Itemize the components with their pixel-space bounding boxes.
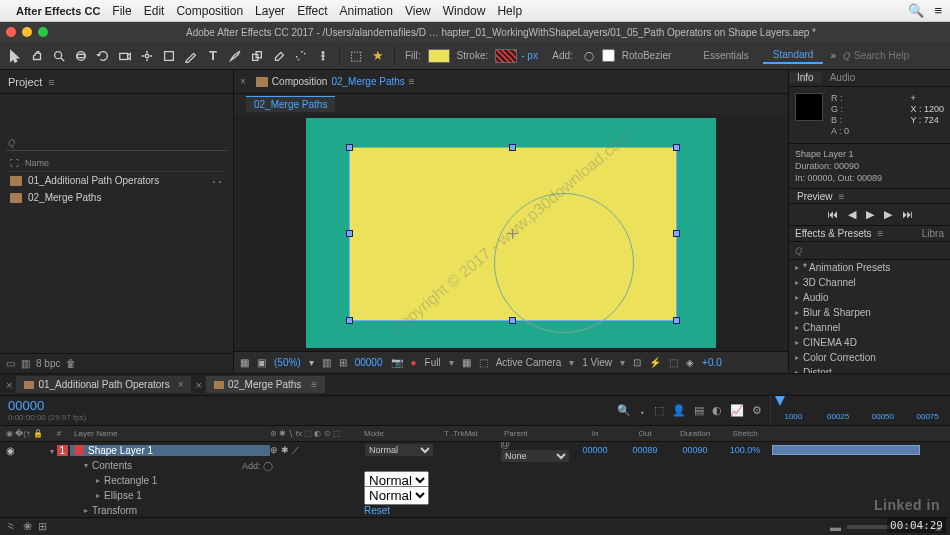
zoom-level[interactable]: (50%) [274, 357, 301, 368]
resize-handle[interactable] [673, 230, 680, 237]
mode-dropdown[interactable]: Normal [364, 443, 434, 457]
parent-dropdown[interactable]: None [500, 449, 570, 463]
shy-icon[interactable]: 👤 [672, 404, 686, 417]
clone-tool-icon[interactable] [248, 47, 266, 65]
transform-row[interactable]: ▸Transform Reset [0, 503, 950, 517]
close-icon[interactable]: × [178, 379, 184, 390]
snapshot-icon[interactable]: 📷 [391, 357, 403, 368]
twirl-icon[interactable]: ▾ [50, 447, 54, 456]
twirl-icon[interactable]: ▸ [96, 476, 100, 485]
effects-category[interactable]: Channel [789, 320, 950, 335]
col-parent[interactable]: Parent [500, 429, 570, 438]
comp-mini-flowchart-icon[interactable]: ⬩ [639, 405, 646, 417]
frame-blend-icon[interactable]: ▤ [694, 404, 704, 417]
col-mode[interactable]: Mode [360, 429, 440, 438]
menu-window[interactable]: Window [443, 4, 486, 18]
workspace-essentials[interactable]: Essentials [693, 48, 759, 63]
alpha-icon[interactable]: ▦ [240, 357, 249, 368]
app-name[interactable]: After Effects CC [16, 5, 100, 17]
last-frame-icon[interactable]: ⏭ [902, 208, 913, 221]
toggle-modes-icon[interactable]: ❀ [23, 520, 32, 533]
views-dropdown[interactable]: 1 View [582, 357, 612, 368]
comp-crumb-name[interactable]: 02_Merge Paths [331, 76, 404, 87]
shape-ellipse[interactable] [494, 193, 634, 333]
folder-icon[interactable]: ▥ [21, 358, 30, 369]
motion-blur-icon[interactable]: ◐ [712, 404, 722, 417]
twirl-icon[interactable]: ▸ [84, 506, 88, 515]
shape-rectangle[interactable] [350, 148, 676, 320]
layer-stretch[interactable]: 100.0% [720, 445, 770, 455]
toggle-switches-icon[interactable]: ⺀ [6, 519, 17, 534]
resize-handle[interactable] [673, 317, 680, 324]
menu-animation[interactable]: Animation [340, 4, 393, 18]
col-duration[interactable]: Duration [670, 429, 720, 438]
resize-handle[interactable] [346, 144, 353, 151]
viewer-timecode[interactable]: 00000 [355, 357, 383, 368]
first-frame-icon[interactable]: ⏮ [827, 208, 838, 221]
channel-icon[interactable]: ● [411, 357, 417, 368]
next-frame-icon[interactable]: ▶ [884, 208, 892, 221]
exposure-value[interactable]: +0.0 [702, 357, 722, 368]
flowchart-icon[interactable]: ◈ [686, 357, 694, 368]
composition-viewport[interactable]: Copyright © 2017 - www.p30download.com [234, 114, 788, 351]
effects-category[interactable]: Audio [789, 290, 950, 305]
pen-tool-icon[interactable] [182, 47, 200, 65]
help-search[interactable]: 𝘘 [843, 50, 944, 62]
flowchart-icon[interactable]: ⬩⬩ [211, 175, 223, 186]
project-item[interactable]: 02_Merge Paths [6, 189, 227, 206]
star-tool-icon[interactable]: ★ [369, 47, 387, 65]
type-tool-icon[interactable]: T [204, 47, 222, 65]
tab-libraries[interactable]: Libra [922, 228, 944, 239]
twirl-icon[interactable]: ▾ [84, 461, 88, 470]
search-icon[interactable]: 🔍 [617, 404, 631, 417]
puppet-tool-icon[interactable] [314, 47, 332, 65]
col-in[interactable]: In [570, 429, 620, 438]
resize-handle[interactable] [509, 317, 516, 324]
visibility-icon[interactable]: ◉ [6, 445, 15, 456]
twirl-icon[interactable]: ▸ [96, 491, 100, 500]
pan-behind-tool-icon[interactable] [138, 47, 156, 65]
layer-out[interactable]: 00089 [620, 445, 670, 455]
tab-info[interactable]: Info [789, 72, 822, 83]
grip-icon[interactable]: ⛶ [10, 158, 19, 168]
timeline-icon[interactable]: ⬚ [669, 357, 678, 368]
layer-in[interactable]: 00000 [570, 445, 620, 455]
selection-tool-icon[interactable] [6, 47, 24, 65]
workspace-standard[interactable]: Standard [763, 47, 824, 64]
brainstorm-icon[interactable]: ⚙ [752, 404, 762, 417]
region-icon[interactable]: ▣ [257, 357, 266, 368]
3d-icon[interactable]: ⬚ [479, 357, 488, 368]
brush-tool-icon[interactable] [226, 47, 244, 65]
effects-category[interactable]: * Animation Presets [789, 260, 950, 275]
playhead-icon[interactable] [775, 396, 785, 406]
layer-duration[interactable]: 00090 [670, 445, 720, 455]
add-menu-icon[interactable]: ◯ [580, 47, 598, 65]
guides-icon[interactable]: ⊞ [339, 357, 347, 368]
menu-file[interactable]: File [112, 4, 131, 18]
effects-search-input[interactable] [795, 245, 944, 256]
close-icon[interactable] [6, 27, 16, 37]
menu-help[interactable]: Help [497, 4, 522, 18]
panel-menu-icon[interactable]: ≡ [311, 379, 317, 390]
shape-mode-dropdown[interactable]: Normal [364, 486, 429, 505]
effects-category[interactable]: Distort [789, 365, 950, 373]
col-trkmat[interactable]: T .TrkMat [440, 429, 500, 438]
draft3d-icon[interactable]: ⬚ [654, 404, 664, 417]
timeline-ruler[interactable]: 1000 00025 00050 00075 [770, 396, 950, 425]
ellipse-row[interactable]: ▸Ellipse 1 Normal [0, 488, 950, 503]
resize-handle[interactable] [673, 144, 680, 151]
trash-icon[interactable]: 🗑 [66, 358, 76, 369]
panel-menu-icon[interactable]: ≡ [48, 76, 54, 88]
orbit-tool-icon[interactable] [72, 47, 90, 65]
stroke-swatch[interactable] [495, 49, 517, 63]
eraser-tool-icon[interactable] [270, 47, 288, 65]
project-search-input[interactable] [8, 137, 225, 148]
resize-handle[interactable] [509, 144, 516, 151]
effects-category[interactable]: CINEMA 4D [789, 335, 950, 350]
contents-row[interactable]: ▾Contents Add: ◯ [0, 458, 950, 473]
transparency-icon[interactable]: ▦ [462, 357, 471, 368]
comp-tab[interactable]: 02_Merge Paths [246, 96, 335, 112]
timeline-tab[interactable]: 02_Merge Paths≡ [206, 376, 325, 393]
play-icon[interactable]: ▶ [866, 208, 874, 221]
add-shape-menu[interactable]: Add: ◯ [242, 461, 273, 471]
